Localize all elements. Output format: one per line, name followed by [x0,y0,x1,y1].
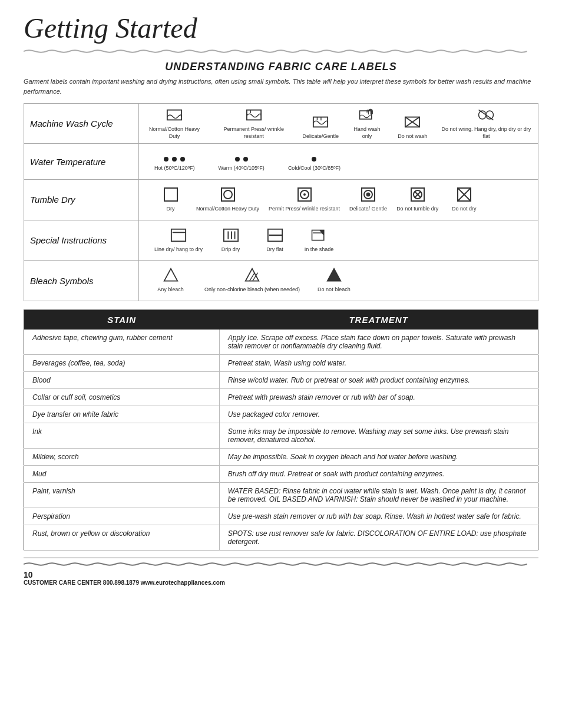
footer: 10 CUSTOMER CARE CENTER 800.898.1879 www… [24,558,538,586]
label-machine-wash: Machine Wash Cycle [24,104,139,144]
treatment-cell: Apply Ice. Scrape off excess. Place stai… [219,330,538,355]
symbol-wash-normal: Normal/Cotton Heavy Duty [145,107,204,140]
treatment-cell: Pretreat with prewash stain remover or r… [219,389,538,406]
stain-row-8: Paint, varnish WATER BASED: Rinse fabric… [24,483,538,508]
care-labels-table: Machine Wash Cycle Normal/Cotton Heavy D… [24,103,538,301]
stain-header-row: Stain Treatment [24,310,538,330]
sym-label: Permanent Press/ wrinkle resistant [216,126,292,140]
symbol-wash-perm: Permanent Press/ wrinkle resistant [216,107,292,140]
treatment-cell: WATER BASED: Rinse fabric in cool water … [219,483,538,508]
symbol-any-bleach: Any bleach [154,268,187,294]
sym-label: Do not wring. Hang dry, drip dry or dry … [441,126,532,140]
stain-cell: Adhesive tape, chewing gum, rubber cemen… [24,330,220,355]
stain-header-col2: Treatment [219,310,538,330]
svg-rect-3 [313,117,328,127]
page-number: 10 [24,570,538,579]
symbol-do-not-wring: Do not wring. Hang dry, drip dry or dry … [441,107,532,140]
symbol-hand-wash: Hand wash only [349,107,385,140]
symbol-non-chlorine: Only non-chlorine bleach (when needed) [204,268,300,294]
symbol-tumble-dry-plain: Dry [154,187,187,213]
stain-table: Stain Treatment Adhesive tape, chewing g… [24,309,538,551]
symbol-tumble-perm: Permit Press/ wrinkle resistant [269,187,340,213]
symbols-water-temp: Hot (50ºC/120ºF) Warm (40ºC/105ºF) [139,144,538,180]
symbol-hot: Hot (50ºC/120ºF) [154,151,195,172]
symbol-do-not-tumble: Do not tumble dry [396,187,438,213]
stain-cell: Paint, varnish [24,483,220,508]
stain-row-10: Rust, brown or yellow or discoloration S… [24,525,538,551]
row-water-temp: Water Temperature Hot (50ºC/120ºF) [24,144,538,180]
svg-point-18 [303,193,306,196]
stain-row-6: Mildew, scorch May be impossible. Soak i… [24,449,538,466]
stain-header-col1: Stain [24,310,220,330]
svg-point-15 [224,190,232,199]
svg-rect-29 [171,229,186,241]
symbol-do-not-bleach: Do not bleach [318,268,351,294]
row-machine-wash: Machine Wash Cycle Normal/Cotton Heavy D… [24,104,538,144]
treatment-cell: Rinse w/cold water. Rub or pretreat or s… [219,372,538,389]
svg-rect-13 [164,188,177,201]
symbol-dry-flat: Dry flat [259,228,291,253]
wavy-divider-top [24,48,538,55]
label-bleach: Bleach Symbols [24,261,139,301]
symbol-wash-delicate: Delicate/Gentle [304,114,338,140]
page-title: Getting Started [24,12,538,44]
sym-label: Do not wash [398,133,427,140]
svg-marker-40 [164,269,177,281]
svg-marker-44 [328,269,341,281]
row-bleach: Bleach Symbols Any bleach [24,261,538,301]
treatment-cell: SPOTS: use rust remover safe for fabric.… [219,525,538,551]
treatment-cell: May be impossible. Soak in oxygen bleach… [219,449,538,466]
stain-row-7: Mud Brush off dry mud. Pretreat or soak … [24,466,538,483]
svg-point-21 [366,193,371,197]
symbol-in-shade: In the shade [303,228,335,253]
symbols-tumble-dry: Dry Normal/Cotton Heavy Duty [139,180,538,220]
stain-row-2: Blood Rinse w/cold water. Rub or pretrea… [24,372,538,389]
treatment-cell: Use pre-wash stain remover or rub with b… [219,508,538,525]
symbol-drip-dry: Drip dry [214,228,247,253]
svg-line-42 [250,273,255,281]
symbol-tumble-normal: Normal/Cotton Heavy Duty [196,187,259,213]
symbols-bleach: Any bleach Only non-chlorine bleach (whe… [139,261,538,301]
label-water-temp: Water Temperature [24,144,139,180]
stain-cell: Perspiration [24,508,220,525]
wavy-divider-footer [24,561,538,568]
stain-row-5: Ink Some inks may be impossible to remov… [24,423,538,449]
label-special: Special Instructions [24,220,139,261]
stain-cell: Rust, brown or yellow or discoloration [24,525,220,551]
symbols-special: Line dry/ hang to dry Drip dry [139,220,538,261]
stain-row-0: Adhesive tape, chewing gum, rubber cemen… [24,330,538,355]
stain-cell: Beverages (coffee, tea, soda) [24,355,220,372]
row-special: Special Instructions Line dry/ hang to d… [24,220,538,261]
treatment-cell: Brush off dry mud. Pretreat or soak with… [219,466,538,483]
contact-info: CUSTOMER CARE CENTER 800.898.1879 www.eu… [24,579,538,586]
stain-cell: Blood [24,372,220,389]
symbol-do-not-dry: Do not dry [448,187,480,213]
stain-row-4: Dye transfer on white fabric Use package… [24,406,538,423]
stain-cell: Ink [24,423,220,449]
intro-text: Garment labels contain important washing… [24,77,538,96]
stain-row-9: Perspiration Use pre-wash stain remover … [24,508,538,525]
label-tumble-dry: Tumble Dry [24,180,139,220]
symbol-tumble-delicate: Delicate/ Gentle [349,187,387,213]
stain-row-1: Beverages (coffee, tea, soda) Pretreat s… [24,355,538,372]
symbol-warm: Warm (40ºC/105ºF) [219,151,265,172]
symbol-line-dry: Line dry/ hang to dry [154,228,203,253]
stain-cell: Collar or cuff soil, cosmetics [24,389,220,406]
stain-cell: Dye transfer on white fabric [24,406,220,423]
sym-label: Hand wash only [349,126,385,140]
treatment-cell: Some inks may be impossible to remove. W… [219,423,538,449]
stain-cell: Mildew, scorch [24,449,220,466]
section-title: Understanding Fabric Care Labels [24,61,538,73]
svg-rect-1 [247,110,261,120]
symbol-cold: Cold/Cool (30ºC/85ºF) [288,151,340,172]
symbol-do-not-wash: Do not wash [396,114,429,140]
stain-cell: Mud [24,466,220,483]
sym-label: Delicate/Gentle [303,133,339,140]
sym-label: Normal/Cotton Heavy Duty [145,126,204,140]
row-tumble-dry: Tumble Dry Dry [24,180,538,220]
stain-row-3: Collar or cuff soil, cosmetics Pretreat … [24,389,538,406]
treatment-cell: Pretreat stain, Wash using cold water. [219,355,538,372]
symbols-machine-wash: Normal/Cotton Heavy Duty Permanent Press… [139,104,538,144]
treatment-cell: Use packaged color remover. [219,406,538,423]
